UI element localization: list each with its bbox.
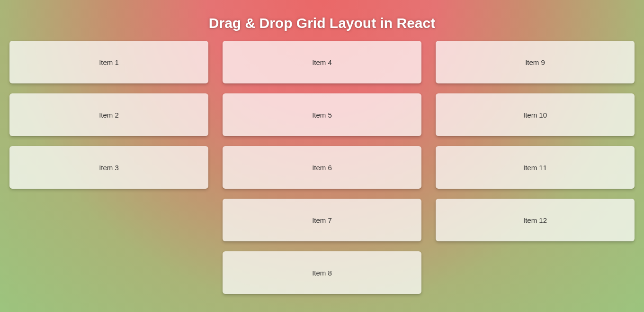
grid-container: Item 1 Item 2 Item 3 Item 4 Item 5 Item … — [0, 41, 644, 294]
item-label: Item 12 — [523, 216, 547, 224]
item-label: Item 4 — [312, 58, 332, 66]
column-2[interactable]: Item 4 Item 5 Item 6 Item 7 Item 8 — [223, 41, 421, 294]
grid-item[interactable]: Item 6 — [223, 146, 421, 189]
grid-item[interactable]: Item 10 — [436, 93, 635, 136]
item-label: Item 5 — [312, 111, 332, 119]
grid-item[interactable]: Item 2 — [9, 93, 208, 136]
column-3[interactable]: Item 9 Item 10 Item 11 Item 12 — [436, 41, 635, 294]
grid-item[interactable]: Item 3 — [9, 146, 208, 189]
grid-item[interactable]: Item 11 — [436, 146, 635, 189]
grid-item[interactable]: Item 5 — [223, 93, 421, 136]
item-label: Item 10 — [523, 111, 547, 119]
item-label: Item 9 — [525, 58, 545, 66]
grid-item[interactable]: Item 12 — [436, 199, 635, 241]
item-label: Item 1 — [99, 58, 119, 66]
page-title: Drag & Drop Grid Layout in React — [0, 0, 644, 41]
grid-item[interactable]: Item 9 — [436, 41, 635, 83]
item-label: Item 3 — [99, 164, 119, 172]
grid-item[interactable]: Item 1 — [9, 41, 208, 83]
grid-item[interactable]: Item 8 — [223, 251, 421, 294]
item-label: Item 11 — [523, 164, 547, 172]
column-1[interactable]: Item 1 Item 2 Item 3 — [9, 41, 208, 294]
item-label: Item 6 — [312, 164, 332, 172]
item-label: Item 2 — [99, 111, 119, 119]
grid-item[interactable]: Item 4 — [223, 41, 421, 83]
item-label: Item 7 — [312, 216, 332, 224]
item-label: Item 8 — [312, 269, 332, 277]
grid-item[interactable]: Item 7 — [223, 199, 421, 241]
